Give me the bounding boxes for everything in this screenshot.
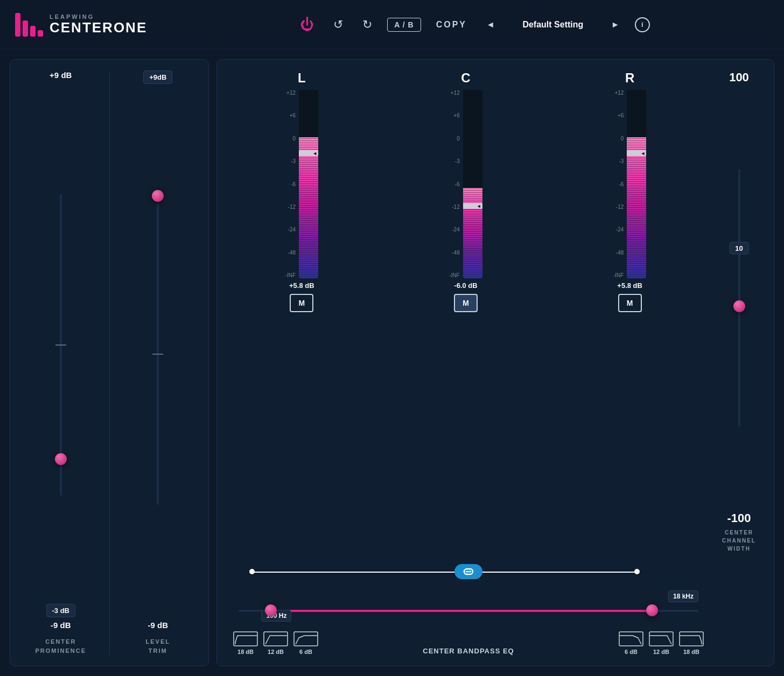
lt-section-label: LEVELTRIM	[146, 637, 170, 655]
lp18-icon	[679, 631, 704, 646]
C-meter-bar: ◄	[463, 90, 482, 278]
svg-rect-3	[294, 632, 318, 646]
hp18-btn[interactable]: 18 dB	[233, 631, 258, 655]
hp12-btn[interactable]: 12 dB	[263, 631, 288, 655]
logo-text: LEAPWING CENTERONE	[50, 13, 147, 36]
header: LEAPWING CENTERONE ⏻ ↺ ↻ A / B COPY	[0, 0, 784, 50]
cp-value-badge[interactable]: -3 dB	[46, 604, 76, 617]
width-bottom-value: -100	[727, 511, 751, 525]
channel-R-label: R	[625, 71, 634, 86]
filter-row: 18 dB 12 dB	[233, 631, 704, 655]
main-content: +9 dB -3 dB -9 dB CENTERPROMINENCE +9dB	[0, 50, 784, 676]
channel-R: R +12 +6 0 -3 -6 -12 -24 -48	[603, 71, 657, 553]
width-badge[interactable]: 10	[729, 242, 748, 254]
next-preset-button[interactable]: ►	[607, 18, 624, 32]
cp-section-label: CENTERPROMINENCE	[35, 637, 86, 655]
center-right-panel: L +12 +6 0 -3 -6 -12 -24 -48	[216, 59, 774, 666]
link-button[interactable]	[454, 564, 482, 579]
preset-name: Default Setting	[505, 20, 601, 30]
cp-track	[60, 194, 62, 496]
svg-rect-2	[264, 632, 288, 646]
prev-preset-button[interactable]: ◄	[482, 18, 499, 32]
redo-button[interactable]: ↻	[358, 16, 376, 34]
header-controls: ⏻ ↺ ↻ A / B COPY ◄ Default Setting ►	[177, 14, 769, 35]
R-mute-btn[interactable]: M	[618, 294, 642, 312]
width-knob[interactable]	[733, 300, 745, 312]
lp12-btn[interactable]: 12 dB	[649, 631, 674, 655]
cp-label-top: +9 dB	[50, 71, 72, 80]
C-db-value: -6.0 dB	[454, 281, 477, 290]
width-control: 100 10 -100 CENTERCHANNELWIDTH	[709, 71, 763, 553]
lt-badge-top[interactable]: +9dB	[143, 71, 172, 84]
R-fader[interactable]: ◄	[627, 150, 646, 156]
svg-rect-4	[619, 632, 643, 646]
lt-track-area	[116, 90, 200, 617]
C-scale: +12 +6 0 -3 -6 -12 -24 -48 -INF	[449, 90, 459, 278]
L-fader[interactable]: ◄	[299, 150, 318, 156]
logo-icon	[15, 13, 43, 37]
eq-high-knob[interactable]	[646, 604, 658, 616]
cp-knob[interactable]	[55, 453, 67, 465]
R-scale: +12 +6 0 -3 -6 -12 -24 -48 -INF	[613, 90, 624, 278]
logo-area: LEAPWING CENTERONE	[15, 13, 177, 37]
lp12-icon	[649, 631, 674, 646]
cp-label-bottom: -9 dB	[51, 621, 71, 630]
copy-button[interactable]: COPY	[432, 18, 471, 32]
left-filter-group: 18 dB 12 dB	[233, 631, 318, 655]
L-mute-btn[interactable]: M	[290, 294, 313, 312]
undo-button[interactable]: ↺	[329, 16, 347, 34]
preset-area: ◄ Default Setting ►	[482, 18, 624, 32]
cp-track-area	[19, 86, 103, 604]
width-label: CENTERCHANNELWIDTH	[722, 529, 756, 553]
high-freq-badge[interactable]: 18 kHz	[668, 590, 698, 602]
channel-C: C +12 +6 0 -3 -6 -12 -24 -48	[439, 71, 493, 553]
C-fader[interactable]: ◄	[463, 203, 482, 209]
logo-main-text: CENTERONE	[50, 20, 147, 36]
svg-rect-1	[234, 632, 257, 646]
lt-track	[157, 203, 159, 505]
hp6-icon	[293, 631, 318, 646]
power-button[interactable]: ⏻	[296, 14, 318, 35]
meters-section: L +12 +6 0 -3 -6 -12 -24 -48	[228, 71, 704, 553]
eq-slider-row: 18 kHz 100 Hz	[233, 590, 704, 623]
R-meter-bar: ◄	[627, 90, 646, 278]
left-panel: +9 dB -3 dB -9 dB CENTERPROMINENCE +9dB	[10, 59, 209, 666]
level-trim-section: +9dB -9 dB LEVELTRIM	[116, 71, 200, 655]
lt-knob[interactable]	[152, 190, 164, 202]
right-filter-group: 6 dB 12 dB	[619, 631, 704, 655]
info-button[interactable]: i	[635, 17, 650, 32]
link-section	[228, 553, 709, 590]
channel-C-label: C	[461, 71, 470, 86]
hp6-btn[interactable]: 6 dB	[293, 631, 318, 655]
lp18-btn[interactable]: 18 dB	[679, 631, 704, 655]
hp18-icon	[233, 631, 258, 646]
L-scale: +12 +6 0 -3 -6 -12 -24 -48 -INF	[285, 90, 296, 278]
meters-and-width: L +12 +6 0 -3 -6 -12 -24 -48	[228, 71, 763, 553]
L-db-value: +5.8 dB	[289, 281, 314, 290]
C-mute-btn[interactable]: M	[454, 294, 478, 312]
channel-L: L +12 +6 0 -3 -6 -12 -24 -48	[275, 71, 328, 553]
center-prominence-section: +9 dB -3 dB -9 dB CENTERPROMINENCE	[19, 71, 103, 655]
lp6-btn[interactable]: 6 dB	[619, 631, 643, 655]
ab-button[interactable]: A / B	[387, 18, 421, 32]
width-track-area: 10	[715, 90, 763, 506]
link-icon	[463, 567, 474, 576]
lp6-icon	[619, 631, 643, 646]
R-db-value: +5.8 dB	[617, 281, 642, 290]
svg-rect-6	[680, 632, 703, 646]
hp12-icon	[263, 631, 288, 646]
lt-label-bottom: -9 dB	[148, 621, 169, 630]
eq-low-knob[interactable]	[265, 604, 277, 616]
channel-L-label: L	[298, 71, 306, 86]
eq-center-label: CENTER BANDPASS EQ	[423, 647, 514, 655]
eq-section: 18 kHz 100 Hz	[228, 590, 704, 655]
width-top-value: 100	[729, 71, 749, 84]
L-meter-bar: ◄	[299, 90, 318, 278]
svg-rect-5	[649, 632, 673, 646]
